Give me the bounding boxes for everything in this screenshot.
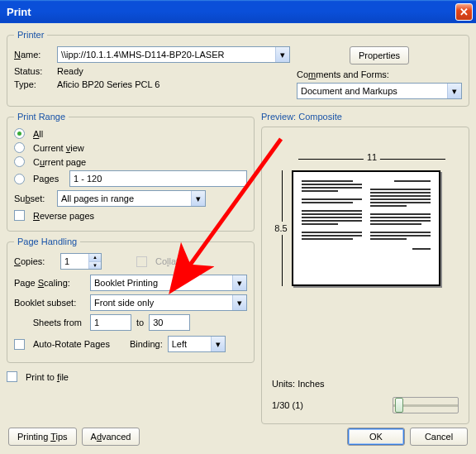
radio-current-view[interactable]	[14, 142, 25, 153]
print-range-group: Print Range All Current view Current pag…	[7, 112, 255, 232]
page-preview	[292, 170, 440, 286]
auto-rotate-checkbox[interactable]	[14, 339, 25, 350]
sheets-from-input[interactable]: 1	[90, 314, 131, 331]
chevron-down-icon[interactable]: ▾	[232, 295, 246, 310]
collate-checkbox	[136, 256, 147, 267]
radio-current-page-label: Current page	[33, 157, 86, 167]
comments-label: Comments and Forms:	[297, 69, 389, 79]
printer-name-combo[interactable]: \\ipp://10.1.1.4\MHS-D114-BP20-LASER ▾	[57, 46, 290, 63]
ok-button[interactable]: OK	[347, 428, 405, 446]
print-to-file-label: Print to file	[26, 372, 69, 382]
advanced-button[interactable]: Advanced	[82, 428, 140, 446]
print-range-legend: Print Range	[14, 112, 69, 122]
printer-legend: Printer	[14, 30, 47, 40]
auto-rotate-label: Auto-Rotate Pages	[33, 339, 110, 349]
page-handling-legend: Page Handling	[14, 237, 80, 246]
page-scaling-label: Page Scaling:	[14, 278, 85, 288]
sheets-from-label: Sheets from	[14, 318, 85, 327]
printer-type-value: Aficio BP20 Series PCL 6	[57, 79, 159, 89]
spin-up-icon[interactable]: ▲	[88, 254, 101, 262]
pages-input[interactable]: 1 - 120	[69, 170, 247, 187]
chevron-down-icon[interactable]: ▾	[275, 47, 289, 62]
close-icon[interactable]: ✕	[455, 3, 473, 21]
chevron-down-icon[interactable]: ▾	[232, 275, 246, 290]
printer-status-value: Ready	[57, 66, 83, 76]
cancel-button[interactable]: Cancel	[410, 428, 468, 446]
sheets-to-input[interactable]: 30	[149, 314, 190, 331]
radio-all[interactable]	[14, 128, 25, 139]
zoom-slider[interactable]	[393, 397, 459, 413]
window-title: Print	[7, 6, 455, 18]
binding-label: Binding:	[130, 339, 163, 349]
dialog-body: Printer Name: \\ipp://10.1.1.4\MHS-D114-…	[0, 23, 476, 454]
binding-combo[interactable]: Left ▾	[168, 336, 226, 352]
radio-all-label: All	[33, 129, 43, 139]
copies-spinner[interactable]: 1 ▲▼	[60, 253, 102, 270]
radio-current-view-label: Current view	[33, 143, 84, 153]
radio-pages[interactable]	[14, 174, 25, 184]
printer-status-label: Status:	[14, 66, 52, 76]
copies-label: Copies:	[14, 256, 55, 266]
comments-combo[interactable]: Document and Markups ▾	[297, 83, 462, 99]
spin-down-icon[interactable]: ▼	[88, 262, 101, 270]
print-to-file-checkbox[interactable]	[7, 371, 17, 382]
reverse-pages-checkbox[interactable]	[14, 210, 25, 221]
chevron-down-icon[interactable]: ▾	[211, 337, 225, 351]
printer-type-label: Type:	[14, 79, 52, 89]
radio-current-page[interactable]	[14, 156, 25, 167]
subset-combo[interactable]: All pages in range ▾	[57, 190, 206, 207]
sheets-to-label: to	[136, 318, 144, 327]
slider-thumb[interactable]	[395, 398, 403, 413]
collate-label: Collate	[155, 256, 183, 266]
page-indicator: 1/30 (1)	[272, 400, 303, 410]
chevron-down-icon[interactable]: ▾	[191, 191, 205, 206]
booklet-subset-label: Booklet subset:	[14, 298, 85, 308]
printer-name-label: Name:	[14, 50, 52, 60]
units-row: Units: Inches	[272, 379, 325, 389]
page-handling-group: Page Handling Copies: 1 ▲▼ Collate Page …	[7, 237, 255, 363]
dimension-width: 11	[298, 154, 445, 169]
subset-label: Subset:	[14, 194, 52, 203]
printing-tips-button[interactable]: Printing Tips	[8, 428, 77, 446]
page-scaling-combo[interactable]: Booklet Printing ▾	[90, 275, 247, 291]
radio-pages-label: Pages	[33, 174, 64, 184]
title-bar: Print ✕	[0, 0, 476, 23]
booklet-subset-combo[interactable]: Front side only ▾	[90, 294, 247, 311]
preview-label: Preview: Composite	[261, 112, 469, 122]
chevron-down-icon[interactable]: ▾	[447, 84, 461, 98]
printer-group: Printer Name: \\ipp://10.1.1.4\MHS-D114-…	[7, 30, 469, 107]
dimension-height: 8.5	[270, 170, 292, 286]
preview-area: 11 8.5	[261, 127, 469, 424]
reverse-pages-label: Reverse pages	[33, 211, 94, 221]
properties-button[interactable]: Properties	[350, 46, 409, 65]
